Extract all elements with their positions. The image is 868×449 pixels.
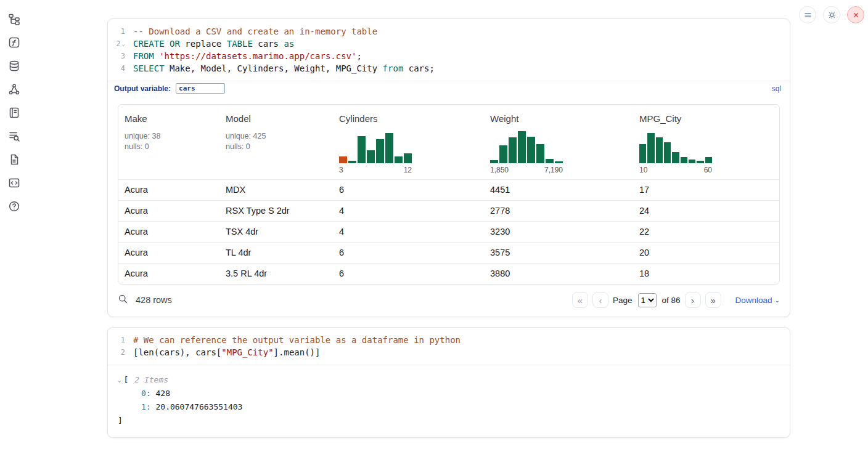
code-token-plain: replace [180, 39, 227, 49]
help-icon[interactable] [6, 198, 22, 214]
table-cell: Acura [118, 201, 219, 221]
code-text[interactable]: # We can reference the output variable a… [129, 334, 461, 346]
column-histogram[interactable]: 312 [339, 131, 412, 174]
line-number: 2⌄ [108, 38, 129, 50]
histogram-bar[interactable] [348, 161, 356, 163]
sql-code-editor[interactable]: 1-- Download a CSV and create an in-memo… [108, 19, 790, 81]
code-line: 4SELECT Make, Model, Cylinders, Weight, … [108, 62, 790, 75]
last-page-icon: » [710, 296, 715, 305]
fold-chevron-icon[interactable]: ⌄ [122, 38, 125, 50]
histogram-bar[interactable] [705, 157, 712, 163]
last-page-button[interactable]: » [705, 292, 721, 308]
language-badge: sql [772, 84, 781, 93]
histogram-bar[interactable] [490, 160, 498, 163]
next-page-icon: › [691, 296, 694, 305]
histogram-axis: 1060 [639, 166, 712, 174]
table-cell: 17 [633, 180, 779, 200]
notebook-icon[interactable] [6, 105, 22, 121]
code-text[interactable]: CREATE OR replace TABLE cars as [129, 38, 294, 50]
first-page-button[interactable]: « [572, 292, 588, 308]
column-header-make[interactable]: Makeunique: 38nulls: 0 [118, 111, 219, 174]
histogram-bar[interactable] [518, 131, 526, 163]
code-token-plain: Make, Model, Cylinders, Weight, MPG_City [165, 63, 383, 73]
page-select[interactable]: 1 [638, 293, 657, 307]
cell-output: ⌄ [ 2 Items 0: 4281: 20.060747663551403 … [108, 365, 790, 437]
histogram-bar[interactable] [499, 145, 507, 163]
line-number: 2 [108, 346, 129, 358]
output-open-bracket: [ [123, 373, 128, 387]
axis-max-label: 60 [704, 166, 712, 174]
code-token-comment: -- Download a CSV and create an in-memor… [133, 26, 377, 36]
column-header-cylinders[interactable]: Cylinders312 [333, 111, 484, 174]
histogram-bar[interactable] [509, 137, 517, 163]
output-entry: 1: 20.060747663551403 [141, 400, 780, 414]
histogram-bar[interactable] [404, 153, 412, 163]
snippets-icon[interactable] [6, 175, 22, 191]
histogram-bar[interactable] [555, 161, 563, 163]
histogram-bar[interactable] [546, 159, 554, 163]
table-cell: 20 [633, 243, 779, 263]
code-text[interactable]: SELECT Make, Model, Cylinders, Weight, M… [129, 62, 435, 75]
code-text[interactable]: FROM 'https://datasets.marimo.app/cars.c… [129, 50, 362, 62]
helper-functions-icon[interactable] [6, 34, 22, 51]
histogram-bar[interactable] [395, 156, 403, 163]
histogram-bar[interactable] [639, 144, 646, 163]
download-label: Download [735, 296, 772, 305]
histogram-bar[interactable] [647, 133, 654, 163]
histogram-bar[interactable] [376, 139, 384, 163]
histogram-bar[interactable] [681, 157, 687, 163]
shutdown-button[interactable] [847, 6, 864, 23]
next-page-button[interactable]: › [685, 292, 701, 308]
python-code-editor[interactable]: 1# We can reference the output variable … [108, 328, 790, 365]
datasources-icon[interactable] [6, 58, 22, 74]
download-button[interactable]: Download ⌄ [735, 296, 780, 305]
table-row: Acura3.5 RL 4dr6388018 [118, 263, 779, 284]
histogram-bar[interactable] [385, 133, 393, 163]
column-header-mpg_city[interactable]: MPG_City1060 [633, 111, 779, 174]
code-token-comment: # We can reference the output variable a… [133, 335, 461, 345]
column-stats: unique: 425nulls: 0 [226, 131, 327, 152]
code-line: 3FROM 'https://datasets.marimo.app/cars.… [108, 50, 790, 62]
column-histogram[interactable]: 1,8507,190 [490, 131, 563, 174]
histogram-bar[interactable] [664, 142, 671, 163]
dependency-graph-icon[interactable] [6, 81, 22, 97]
file-tree-icon[interactable] [6, 11, 22, 27]
axis-min-label: 1,850 [490, 166, 509, 174]
histogram-bar[interactable] [697, 161, 703, 163]
page-label: Page [613, 296, 633, 305]
histogram-bar[interactable] [367, 150, 375, 163]
logs-search-icon[interactable] [6, 128, 22, 144]
code-token-kw: CREATE OR [133, 39, 180, 49]
histogram-bar[interactable] [339, 156, 347, 163]
histogram-bar[interactable] [672, 152, 679, 163]
histogram-bars [639, 131, 712, 163]
histogram-bar[interactable] [689, 160, 695, 163]
code-token-kw: FROM [133, 51, 159, 61]
histogram-bar[interactable] [536, 144, 544, 163]
column-histogram[interactable]: 1060 [639, 131, 712, 174]
documentation-icon[interactable] [6, 152, 22, 168]
code-text[interactable]: [len(cars), cars["MPG_City"].mean()] [129, 346, 320, 358]
code-token-plain: cars [253, 39, 284, 49]
histogram-bar[interactable] [358, 136, 366, 163]
search-button[interactable] [118, 294, 128, 306]
table-cell: 4451 [484, 180, 633, 200]
histogram-bar[interactable] [527, 137, 535, 163]
settings-button[interactable] [823, 6, 840, 23]
histogram-bar[interactable] [656, 137, 663, 163]
close-icon [851, 10, 861, 20]
column-header-model[interactable]: Modelunique: 425nulls: 0 [219, 111, 333, 174]
table-cell: RSX Type S 2dr [219, 201, 333, 221]
table-body: AcuraMDX6445117AcuraRSX Type S 2dr427782… [118, 179, 779, 284]
output-entries: 0: 4281: 20.060747663551403 [118, 387, 780, 414]
output-variable-input[interactable] [176, 83, 225, 94]
code-text[interactable]: -- Download a CSV and create an in-memor… [129, 25, 377, 38]
table-cell: 3230 [484, 222, 633, 242]
line-number: 3 [108, 50, 129, 62]
collapse-chevron-icon[interactable]: ⌄ [118, 373, 121, 387]
menu-button[interactable] [799, 6, 816, 23]
prev-page-button[interactable]: ‹ [592, 292, 608, 308]
column-header-weight[interactable]: Weight1,8507,190 [484, 111, 633, 174]
table-cell: 6 [333, 264, 484, 284]
line-number-text: 4 [121, 62, 125, 75]
